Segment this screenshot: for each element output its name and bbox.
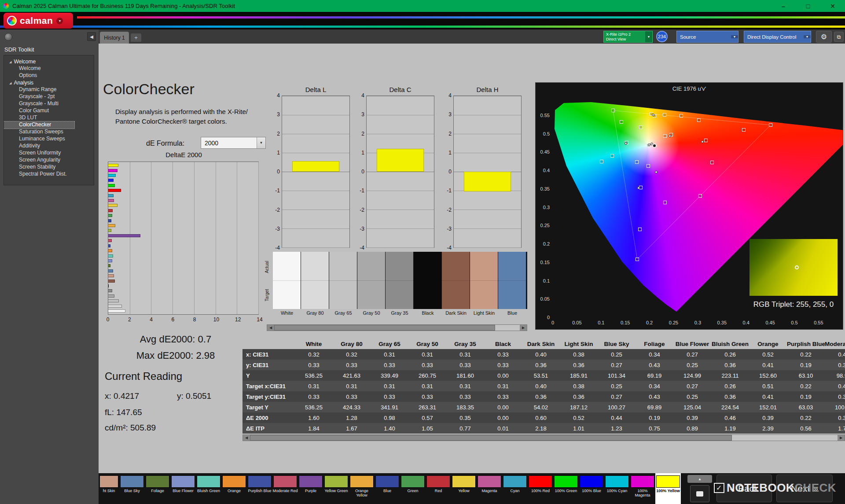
meter-count-badge[interactable]: 234 bbox=[656, 31, 668, 42]
scrollbar-thumb[interactable] bbox=[274, 325, 495, 331]
pattern-window-button[interactable] bbox=[690, 485, 709, 502]
patch-button-100-yellow[interactable]: 100% Yellow bbox=[655, 473, 681, 504]
patch-button-cyan[interactable]: Cyan bbox=[502, 473, 528, 504]
sidebar-item-dynamic-range[interactable]: Dynamic Range bbox=[4, 86, 94, 93]
minimize-button[interactable]: – bbox=[771, 0, 796, 12]
table-scrollbar[interactable]: ◀ ▶ bbox=[242, 434, 845, 441]
patch-button-purple[interactable]: Purple bbox=[298, 473, 323, 504]
cie-current-marker bbox=[652, 143, 657, 148]
results-table: WhiteGray 80Gray 65Gray 50Gray 35BlackDa… bbox=[242, 338, 845, 434]
next-button[interactable]: Next » bbox=[776, 475, 833, 502]
patch-button-purplish-blue[interactable]: Purplish Blue bbox=[247, 473, 272, 504]
sidebar-item-saturation-sweeps[interactable]: Saturation Sweeps bbox=[4, 129, 94, 136]
de-formula-select[interactable]: 2000 ▼ bbox=[201, 137, 266, 149]
scrollbar-track[interactable] bbox=[250, 435, 838, 441]
table-cell: 1.40 bbox=[371, 425, 408, 432]
patch-button-red[interactable]: Red bbox=[426, 473, 451, 504]
close-button[interactable]: ✕ bbox=[820, 0, 845, 12]
bottom-swatch-bar: ht SkinBlue SkyFoliageBlue FlowerBluish … bbox=[99, 473, 681, 504]
axis-tick-label: 1 bbox=[448, 150, 452, 156]
deltae-bar-100-cyan bbox=[108, 174, 116, 177]
swatch-actual bbox=[386, 252, 413, 280]
axis-tick-label: 0.25 bbox=[669, 320, 678, 325]
scroll-right-icon[interactable]: ▶ bbox=[838, 435, 845, 441]
patch-label: Blue bbox=[375, 488, 400, 493]
current-x: x: 0.4217 bbox=[105, 391, 139, 401]
sidebar-item-3d-lut[interactable]: 3D LUT bbox=[4, 114, 94, 121]
sidebar-item-grayscale-2pt[interactable]: Grayscale - 2pt bbox=[4, 93, 94, 100]
patch-label: Red bbox=[426, 488, 451, 493]
scrollbar-track[interactable] bbox=[274, 325, 520, 331]
patch-button-orange[interactable]: Orange bbox=[221, 473, 247, 504]
patch-button-100-cyan[interactable]: 100% Cyan bbox=[604, 473, 630, 504]
sidebar-item-color-gamut[interactable]: Color Gamut bbox=[4, 107, 94, 114]
meter-dropdown[interactable]: X-Rite i1Pro 2 Direct View ▼ bbox=[603, 31, 653, 43]
tab-history-1[interactable]: History 1 bbox=[100, 32, 129, 44]
table-cell: 0.31 bbox=[333, 383, 371, 390]
patch-button-100-red[interactable]: 100% Red bbox=[528, 473, 553, 504]
deltae-bar-light-skin bbox=[108, 274, 114, 277]
axis-tick-label: 0 bbox=[537, 315, 550, 320]
titlebar: Calman 2025 Calman Ultimate for Business… bbox=[0, 0, 845, 12]
deltae-bar-gray-80 bbox=[108, 305, 122, 308]
scrollbar-thumb[interactable] bbox=[250, 435, 732, 441]
workspace-button[interactable]: ⧉ bbox=[834, 32, 844, 42]
patch-button-100-magenta[interactable]: 100% Magenta bbox=[630, 473, 655, 504]
sidebar-item-screen-uniformity[interactable]: Screen Uniformity bbox=[4, 150, 94, 157]
swatch-strip-scrollbar[interactable]: ◀ ▶ bbox=[267, 324, 527, 331]
collapse-sidebar-button[interactable]: ◀ bbox=[87, 32, 96, 41]
scroll-left-icon[interactable]: ◀ bbox=[243, 435, 250, 441]
maximize-button[interactable]: □ bbox=[796, 0, 820, 12]
patch-button-blue-sky[interactable]: Blue Sky bbox=[119, 473, 145, 504]
sidebar-menu-button[interactable] bbox=[4, 33, 12, 41]
patch-button-100-green[interactable]: 100% Green bbox=[553, 473, 579, 504]
sidebar-item-screen-angularity[interactable]: Screen Angularity bbox=[4, 157, 94, 164]
patch-swatch bbox=[375, 475, 399, 488]
display-control-dropdown[interactable]: Direct Display Control ▼ bbox=[744, 31, 811, 43]
source-dropdown[interactable]: Source ▼ bbox=[676, 31, 738, 43]
axis-tick-label: 0.55 bbox=[814, 320, 823, 325]
table-cell: 0.77 bbox=[446, 425, 484, 432]
sidebar-item-screen-stability[interactable]: Screen Stability bbox=[4, 164, 94, 171]
deltae-bar-orange-yellow bbox=[108, 224, 115, 227]
sidebar-item-options[interactable]: Options bbox=[4, 72, 94, 79]
sidebar-item-colorchecker[interactable]: ColorChecker bbox=[4, 121, 74, 129]
patch-button-moderate-red[interactable]: Moderate Red bbox=[272, 473, 298, 504]
swatch-target bbox=[273, 280, 301, 309]
sidebar-item-spectral-power-dist[interactable]: Spectral Power Dist. bbox=[4, 171, 94, 178]
sidebar-item-additivity[interactable]: Additivity bbox=[4, 143, 94, 150]
sidebar-item-luminance-sweeps[interactable]: Luminance Sweeps bbox=[4, 136, 94, 143]
scroll-left-icon[interactable]: ◀ bbox=[267, 325, 274, 331]
logo-menu-button[interactable]: ▼ bbox=[56, 18, 63, 24]
patch-button-foliage[interactable]: Foliage bbox=[145, 473, 170, 504]
patch-button-ht-skin[interactable]: ht Skin bbox=[99, 473, 119, 504]
table-cell: 152.01 bbox=[749, 404, 787, 411]
patch-button-100-blue[interactable]: 100% Blue bbox=[579, 473, 604, 504]
calman-logo[interactable]: calman ▼ bbox=[4, 13, 73, 29]
table-cell: 0.22 bbox=[787, 415, 825, 421]
back-button[interactable]: « Back bbox=[716, 475, 772, 502]
scroll-right-icon[interactable]: ▶ bbox=[520, 325, 527, 331]
add-tab-button[interactable]: + bbox=[131, 33, 141, 42]
patch-button-yellow[interactable]: Yellow bbox=[451, 473, 477, 504]
swatch-label: Gray 35 bbox=[386, 310, 414, 316]
sidebar-item-welcome[interactable]: Welcome bbox=[4, 65, 94, 72]
patch-button-yellow-green[interactable]: Yellow Green bbox=[323, 473, 349, 504]
cie-target-marker bbox=[600, 160, 603, 163]
patch-button-bluish-green[interactable]: Bluish Green bbox=[196, 473, 221, 504]
patch-button-magenta[interactable]: Magenta bbox=[477, 473, 502, 504]
sidebar-section-welcome[interactable]: ◢Welcome bbox=[4, 58, 94, 65]
patch-bar-expand-button[interactable]: ▲ bbox=[687, 475, 712, 483]
patch-button-blue[interactable]: Blue bbox=[375, 473, 400, 504]
patch-button-orange-yellow[interactable]: Orange Yellow bbox=[349, 473, 375, 504]
axis-tick-label: 0 bbox=[551, 320, 554, 325]
patch-button-green[interactable]: Green bbox=[400, 473, 426, 504]
tree-expander-icon: ◢ bbox=[9, 60, 11, 63]
table-cell: 536.25 bbox=[295, 372, 333, 379]
sidebar-item-grayscale-multi[interactable]: Grayscale - Multi bbox=[4, 100, 94, 107]
settings-button[interactable]: ⚙ bbox=[816, 31, 832, 43]
patch-button-blue-flower[interactable]: Blue Flower bbox=[170, 473, 196, 504]
sidebar-section-analysis[interactable]: ◢Analysis bbox=[4, 79, 94, 86]
deltae-bar-purplish-blue bbox=[108, 244, 110, 247]
axis-tick-label: 0.1 bbox=[598, 320, 604, 325]
